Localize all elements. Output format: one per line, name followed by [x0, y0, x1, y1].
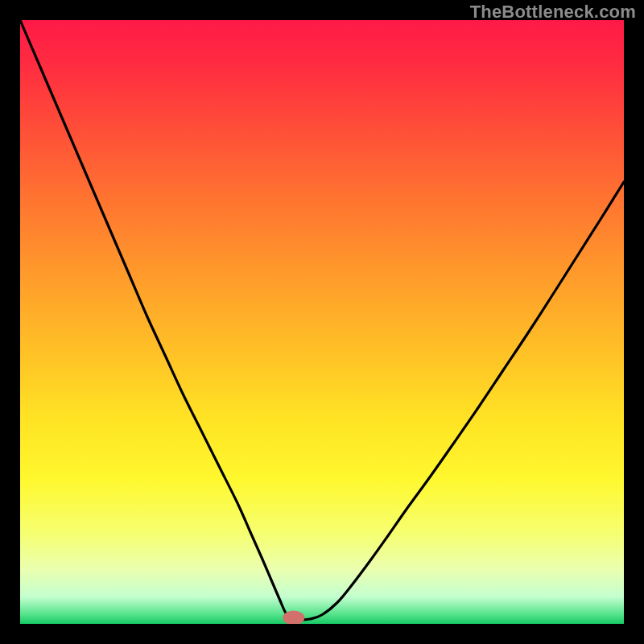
plot-area [20, 20, 624, 624]
gradient-background [20, 20, 624, 624]
bottleneck-chart [20, 20, 624, 624]
chart-frame: TheBottleneck.com [0, 0, 644, 644]
